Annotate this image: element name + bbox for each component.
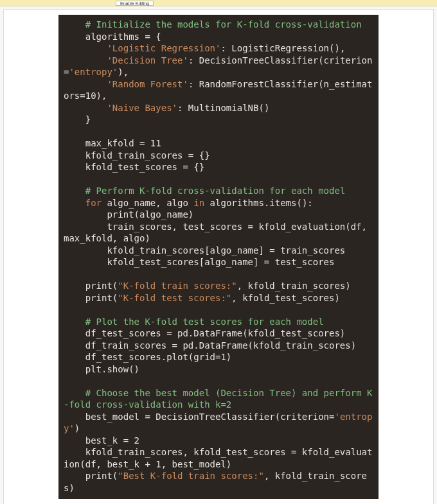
code-token: # Choose the best model (Decision Tree) …: [64, 388, 372, 410]
code-token: train_scores, test_scores = kfold_evalua…: [64, 222, 372, 244]
code-token: df_train_scores = pd.DataFrame(kfold_tra…: [64, 340, 356, 351]
code-token: "K-fold test scores:": [118, 293, 231, 303]
code-token: ): [75, 423, 80, 433]
code-token: [64, 103, 107, 113]
code-token: : LogisticRegression(),: [220, 43, 345, 53]
code-token: [64, 198, 85, 208]
code-token: algorithms = {: [64, 31, 161, 42]
code-token: [64, 43, 107, 53]
code-token: 'Logistic Regression': [107, 43, 220, 53]
code-token: 'entropy': [69, 67, 118, 77]
code-token: 'Decision Tree': [107, 55, 188, 65]
code-token: }: [64, 114, 91, 125]
code-token: 'Naive Bayes': [107, 103, 177, 113]
code-token: kfold_train_scores[algo_name] = train_sc…: [64, 245, 345, 256]
code-token: plt.show(): [64, 364, 139, 374]
code-token: 'Random Forest': [107, 79, 188, 89]
code-cell[interactable]: # Initialize the models for K-fold cross…: [58, 15, 379, 499]
code-token: print(: [64, 281, 118, 291]
protected-view-warning-bar: Enable Editing: [0, 0, 437, 6]
code-token: algorithms.items():: [204, 198, 313, 208]
code-token: kfold_test_scores = {}: [64, 162, 204, 172]
code-token: : MultinomialNB(): [177, 103, 269, 113]
code-token: print(algo_name): [64, 209, 193, 220]
code-token: , kfold_train_scores): [237, 281, 351, 291]
code-token: kfold_train_scores = {}: [64, 150, 210, 161]
code-token: in: [193, 198, 204, 208]
code-token: ),: [118, 67, 129, 77]
code-token: , kfold_test_scores): [231, 293, 340, 303]
code-token: df_test_scores.plot(grid=1): [64, 352, 231, 362]
code-token: kfold_train_scores, kfold_test_scores = …: [64, 447, 372, 469]
code-token: "Best K-fold train scores:": [118, 471, 264, 481]
code-token: max_kfold = 11: [64, 138, 161, 148]
code-token: df_test_scores = pd.DataFrame(kfold_test…: [64, 328, 345, 338]
code-token: best_model = DecisionTreeClassifier(crit…: [64, 412, 334, 422]
code-token: kfold_test_scores[algo_name] = test_scor…: [64, 257, 334, 267]
code-token: # Initialize the models for K-fold cross…: [64, 19, 362, 30]
code-token: algo_name, algo: [102, 198, 193, 208]
enable-editing-button[interactable]: Enable Editing: [116, 1, 154, 6]
code-token: # Plot the K-fold test scores for each m…: [64, 317, 324, 327]
code-token: best_k = 2: [64, 435, 139, 446]
code-token: "K-fold train scores:": [118, 281, 236, 291]
document-page: # Initialize the models for K-fold cross…: [3, 9, 434, 504]
code-token: [64, 79, 107, 89]
code-token: print(: [64, 471, 118, 481]
code-token: [64, 55, 107, 65]
code-token: for: [85, 198, 102, 208]
code-token: print(: [64, 293, 118, 303]
code-token: # Perform K-fold cross-validation for ea…: [64, 186, 345, 196]
